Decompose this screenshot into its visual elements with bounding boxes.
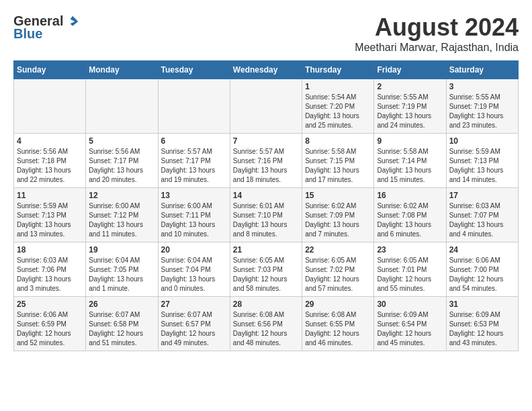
day-info: Sunrise: 6:09 AM Sunset: 6:53 PM Dayligh… bbox=[449, 310, 515, 348]
day-number: 21 bbox=[233, 245, 299, 255]
day-info: Sunrise: 5:56 AM Sunset: 7:18 PM Dayligh… bbox=[17, 147, 83, 185]
day-number: 29 bbox=[305, 300, 371, 309]
calendar-cell: 23Sunrise: 6:05 AM Sunset: 7:01 PM Dayli… bbox=[374, 242, 446, 297]
day-info: Sunrise: 6:02 AM Sunset: 7:08 PM Dayligh… bbox=[377, 201, 443, 239]
calendar-cell: 2Sunrise: 5:55 AM Sunset: 7:19 PM Daylig… bbox=[374, 79, 446, 134]
logo: General Blue bbox=[13, 13, 79, 42]
calendar-cell: 10Sunrise: 5:59 AM Sunset: 7:13 PM Dayli… bbox=[446, 134, 518, 188]
calendar-cell: 28Sunrise: 6:08 AM Sunset: 6:56 PM Dayli… bbox=[230, 297, 302, 351]
calendar-cell bbox=[230, 79, 302, 134]
location: Meethari Marwar, Rajasthan, India bbox=[355, 42, 519, 54]
calendar-week-row: 25Sunrise: 6:06 AM Sunset: 6:59 PM Dayli… bbox=[14, 297, 519, 351]
calendar-cell: 17Sunrise: 6:03 AM Sunset: 7:07 PM Dayli… bbox=[446, 188, 518, 242]
day-info: Sunrise: 6:07 AM Sunset: 6:57 PM Dayligh… bbox=[161, 310, 227, 348]
day-number: 5 bbox=[89, 136, 154, 146]
calendar-week-row: 11Sunrise: 5:59 AM Sunset: 7:13 PM Dayli… bbox=[14, 188, 519, 242]
day-info: Sunrise: 5:59 AM Sunset: 7:13 PM Dayligh… bbox=[17, 201, 83, 239]
day-number: 17 bbox=[449, 191, 515, 200]
day-number: 27 bbox=[161, 300, 227, 309]
calendar-cell: 7Sunrise: 5:57 AM Sunset: 7:16 PM Daylig… bbox=[230, 134, 302, 188]
day-header-friday: Friday bbox=[374, 61, 446, 79]
calendar-cell bbox=[86, 79, 158, 134]
day-number: 1 bbox=[305, 82, 371, 91]
day-info: Sunrise: 6:07 AM Sunset: 6:58 PM Dayligh… bbox=[89, 310, 154, 348]
calendar-cell: 29Sunrise: 6:08 AM Sunset: 6:55 PM Dayli… bbox=[302, 297, 374, 351]
day-number: 19 bbox=[89, 245, 154, 255]
day-number: 7 bbox=[233, 136, 299, 146]
day-info: Sunrise: 5:58 AM Sunset: 7:15 PM Dayligh… bbox=[305, 147, 371, 185]
calendar-cell: 15Sunrise: 6:02 AM Sunset: 7:09 PM Dayli… bbox=[302, 188, 374, 242]
day-header-monday: Monday bbox=[86, 61, 158, 79]
day-number: 12 bbox=[89, 191, 154, 200]
day-info: Sunrise: 6:09 AM Sunset: 6:54 PM Dayligh… bbox=[377, 310, 443, 348]
day-info: Sunrise: 6:04 AM Sunset: 7:05 PM Dayligh… bbox=[89, 256, 154, 293]
day-number: 23 bbox=[377, 245, 443, 255]
calendar-cell: 26Sunrise: 6:07 AM Sunset: 6:58 PM Dayli… bbox=[86, 297, 158, 351]
calendar-cell: 12Sunrise: 6:00 AM Sunset: 7:12 PM Dayli… bbox=[86, 188, 158, 242]
day-number: 10 bbox=[449, 136, 515, 146]
day-number: 6 bbox=[161, 136, 227, 146]
calendar-cell: 4Sunrise: 5:56 AM Sunset: 7:18 PM Daylig… bbox=[14, 134, 86, 188]
day-header-saturday: Saturday bbox=[446, 61, 518, 79]
calendar-cell: 22Sunrise: 6:05 AM Sunset: 7:02 PM Dayli… bbox=[302, 242, 374, 297]
day-info: Sunrise: 5:54 AM Sunset: 7:20 PM Dayligh… bbox=[305, 93, 371, 130]
day-header-tuesday: Tuesday bbox=[158, 61, 230, 79]
day-info: Sunrise: 5:55 AM Sunset: 7:19 PM Dayligh… bbox=[377, 93, 443, 130]
calendar-week-row: 1Sunrise: 5:54 AM Sunset: 7:20 PM Daylig… bbox=[14, 79, 519, 134]
calendar-cell: 16Sunrise: 6:02 AM Sunset: 7:08 PM Dayli… bbox=[374, 188, 446, 242]
calendar-cell bbox=[14, 79, 86, 134]
calendar-cell: 25Sunrise: 6:06 AM Sunset: 6:59 PM Dayli… bbox=[14, 297, 86, 351]
day-info: Sunrise: 6:03 AM Sunset: 7:07 PM Dayligh… bbox=[449, 201, 515, 239]
calendar-cell: 5Sunrise: 5:56 AM Sunset: 7:17 PM Daylig… bbox=[86, 134, 158, 188]
day-number: 11 bbox=[17, 191, 83, 200]
calendar-cell: 11Sunrise: 5:59 AM Sunset: 7:13 PM Dayli… bbox=[14, 188, 86, 242]
calendar-cell bbox=[158, 79, 230, 134]
day-number: 4 bbox=[17, 136, 83, 146]
day-info: Sunrise: 5:56 AM Sunset: 7:17 PM Dayligh… bbox=[89, 147, 154, 185]
calendar-week-row: 18Sunrise: 6:03 AM Sunset: 7:06 PM Dayli… bbox=[14, 242, 519, 297]
day-info: Sunrise: 6:04 AM Sunset: 7:04 PM Dayligh… bbox=[161, 256, 227, 293]
calendar-cell: 20Sunrise: 6:04 AM Sunset: 7:04 PM Dayli… bbox=[158, 242, 230, 297]
day-number: 22 bbox=[305, 245, 371, 255]
day-info: Sunrise: 6:05 AM Sunset: 7:01 PM Dayligh… bbox=[377, 256, 443, 293]
calendar-cell: 8Sunrise: 5:58 AM Sunset: 7:15 PM Daylig… bbox=[302, 134, 374, 188]
page-header: General Blue August 2024 Meethari Marwar… bbox=[13, 13, 519, 54]
day-info: Sunrise: 6:05 AM Sunset: 7:03 PM Dayligh… bbox=[233, 256, 299, 293]
day-number: 30 bbox=[377, 300, 443, 309]
day-info: Sunrise: 6:06 AM Sunset: 7:00 PM Dayligh… bbox=[449, 256, 515, 293]
day-number: 14 bbox=[233, 191, 299, 200]
day-number: 28 bbox=[233, 300, 299, 309]
day-number: 15 bbox=[305, 191, 371, 200]
day-number: 25 bbox=[17, 300, 83, 309]
calendar-table: SundayMondayTuesdayWednesdayThursdayFrid… bbox=[13, 60, 519, 351]
day-info: Sunrise: 5:55 AM Sunset: 7:19 PM Dayligh… bbox=[449, 93, 515, 130]
day-info: Sunrise: 6:08 AM Sunset: 6:56 PM Dayligh… bbox=[233, 310, 299, 348]
day-info: Sunrise: 6:02 AM Sunset: 7:09 PM Dayligh… bbox=[305, 201, 371, 239]
calendar-cell: 30Sunrise: 6:09 AM Sunset: 6:54 PM Dayli… bbox=[374, 297, 446, 351]
calendar-cell: 18Sunrise: 6:03 AM Sunset: 7:06 PM Dayli… bbox=[14, 242, 86, 297]
calendar-header-row: SundayMondayTuesdayWednesdayThursdayFrid… bbox=[14, 61, 519, 79]
month-year: August 2024 bbox=[355, 13, 519, 42]
calendar-cell: 27Sunrise: 6:07 AM Sunset: 6:57 PM Dayli… bbox=[158, 297, 230, 351]
day-number: 3 bbox=[449, 82, 515, 91]
day-number: 13 bbox=[161, 191, 227, 200]
day-number: 9 bbox=[377, 136, 443, 146]
day-number: 16 bbox=[377, 191, 443, 200]
logo-icon bbox=[66, 15, 79, 28]
day-number: 18 bbox=[17, 245, 83, 255]
day-number: 26 bbox=[89, 300, 154, 309]
day-header-thursday: Thursday bbox=[302, 61, 374, 79]
calendar-cell: 1Sunrise: 5:54 AM Sunset: 7:20 PM Daylig… bbox=[302, 79, 374, 134]
day-number: 24 bbox=[449, 245, 515, 255]
day-number: 31 bbox=[449, 300, 515, 309]
calendar-week-row: 4Sunrise: 5:56 AM Sunset: 7:18 PM Daylig… bbox=[14, 134, 519, 188]
title-section: August 2024 Meethari Marwar, Rajasthan, … bbox=[355, 13, 519, 54]
day-number: 2 bbox=[377, 82, 443, 91]
logo-blue-text: Blue bbox=[13, 26, 42, 42]
day-info: Sunrise: 5:59 AM Sunset: 7:13 PM Dayligh… bbox=[449, 147, 515, 185]
calendar-cell: 9Sunrise: 5:58 AM Sunset: 7:14 PM Daylig… bbox=[374, 134, 446, 188]
calendar-cell: 3Sunrise: 5:55 AM Sunset: 7:19 PM Daylig… bbox=[446, 79, 518, 134]
day-info: Sunrise: 6:05 AM Sunset: 7:02 PM Dayligh… bbox=[305, 256, 371, 293]
day-header-wednesday: Wednesday bbox=[230, 61, 302, 79]
calendar-cell: 6Sunrise: 5:57 AM Sunset: 7:17 PM Daylig… bbox=[158, 134, 230, 188]
